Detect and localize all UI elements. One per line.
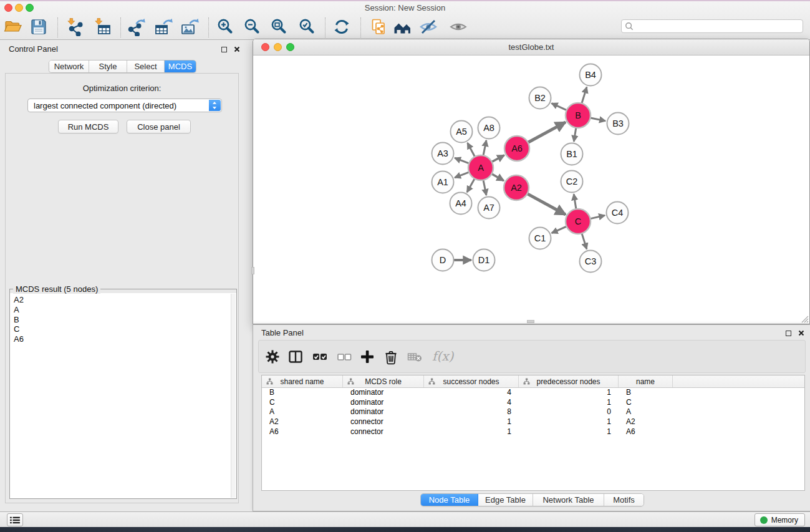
result-list-scrollbar[interactable] [231,294,236,498]
edge-a-a2[interactable] [491,173,504,180]
network-canvas[interactable]: B4B2BB3B1A6A5A8A3AA1A2C2A4A7CC4C1C3DD1 [253,56,809,324]
memory-button[interactable]: Memory [755,513,805,526]
delete-row-trash-icon[interactable] [382,348,400,365]
deselect-all-checkboxes-icon[interactable] [335,348,353,365]
show-all-button[interactable] [448,16,469,37]
mcds-panel: Optimization criterion: largest connecte… [5,73,239,503]
table-row[interactable]: Cdominator41C [262,398,804,408]
control-panel-close-icon[interactable] [233,45,241,54]
table-body: Bdominator41BCdominator41CAdominator80AA… [262,388,804,437]
refresh-view-button[interactable] [331,16,352,37]
control-panel-tabs: NetworkStyleSelectMCDS [49,60,196,73]
column-header-predecessor-nodes[interactable]: predecessor nodes [519,375,619,387]
new-network-from-selection-button[interactable] [368,16,389,37]
run-mcds-button[interactable]: Run MCDS [58,120,118,133]
table-panel-float-icon[interactable] [784,329,793,337]
hide-selected-button[interactable] [418,16,439,37]
houses-button[interactable] [392,16,413,37]
search-input[interactable] [635,21,798,32]
edge-a-a7[interactable] [483,180,486,195]
table-cell: 1 [424,427,519,437]
export-image-button[interactable] [179,16,200,37]
table-header-row: shared nameMCDS rolesuccessor nodesprede… [262,375,804,388]
frame-drag-handle[interactable] [527,320,534,323]
table-row[interactable]: Bdominator41B [262,388,804,398]
mcds-result-item[interactable]: B [10,315,236,325]
tab-network-table[interactable]: Network Table [533,494,604,506]
edge-b-b4[interactable] [582,87,587,104]
mcds-result-item[interactable]: A2 [10,295,236,305]
table-row[interactable]: A2connector11A2 [262,417,804,427]
tab-motifs[interactable]: Motifs [604,494,644,506]
zoom-out-button[interactable] [242,16,263,37]
show-columns-icon[interactable] [287,348,304,365]
edge-b-b3[interactable] [590,118,605,121]
column-header-mcds-role[interactable]: MCDS role [343,375,424,387]
tab-style[interactable]: Style [89,60,127,72]
mcds-result-list[interactable]: A2ABCA6 [10,293,236,498]
edge-a-a8[interactable] [483,140,486,156]
table-cell: 0 [519,407,619,417]
edge-a-a5[interactable] [468,143,475,157]
column-header-name[interactable]: name [619,375,673,387]
mcds-result-item[interactable]: C [10,324,236,334]
zoom-fit-button[interactable] [269,16,290,37]
optimization-select[interactable]: largest connected component (directed) [27,99,222,112]
select-all-checkboxes-icon[interactable] [311,348,329,365]
mcds-result-item[interactable]: A [10,305,236,315]
column-header-successor-nodes[interactable]: successor nodes [424,375,519,387]
edge-b-b1[interactable] [574,127,576,142]
mcds-result-group: MCDS result (5 nodes) A2ABCA6 [9,284,237,499]
table-panel-close-icon[interactable] [797,329,806,337]
edge-a-a3[interactable] [455,158,470,163]
tab-select[interactable]: Select [127,60,165,72]
export-network-button[interactable] [125,16,147,37]
edge-a6-b[interactable] [528,122,566,143]
task-history-button[interactable] [7,513,23,526]
delete-table-icon[interactable] [406,348,423,365]
edge-a2-c[interactable] [527,193,566,215]
frame-drag-handle[interactable] [251,267,254,274]
edge-a-a6[interactable] [491,155,504,162]
open-session-button[interactable] [2,16,24,37]
edge-a-a4[interactable] [467,178,475,193]
table-cell: A [262,407,343,417]
screen: Session: New Session [0,0,810,532]
resize-grip[interactable] [800,314,809,323]
table-cell: 1 [519,417,619,427]
zoom-in-button[interactable] [215,16,236,37]
mcds-result-item[interactable]: A6 [10,334,236,344]
import-network-button[interactable] [64,16,85,37]
tab-node-table[interactable]: Node Table [421,494,478,506]
function-builder-button[interactable]: f(x) [428,348,457,364]
toolbar-separator [57,17,58,37]
column-header-shared-name[interactable]: shared name [262,375,343,387]
tab-edge-table[interactable]: Edge Table [478,494,533,506]
edge-c-c1[interactable] [552,226,567,233]
control-panel-float-icon[interactable] [219,45,228,54]
export-table-button[interactable] [153,16,174,37]
table-row[interactable]: Adominator80A [262,407,804,417]
edge-b-b2[interactable] [552,104,567,111]
control-panel: Control Panel NetworkStyleSelectMCDS Opt… [0,40,243,511]
tab-network[interactable]: Network [49,60,89,72]
list-icon [9,516,21,525]
edge-c-c3[interactable] [582,233,587,249]
import-table-button[interactable] [92,16,113,37]
edge-c-c4[interactable] [590,215,605,219]
settings-gear-icon[interactable] [264,348,281,365]
network-graph[interactable]: B4B2BB3B1A6A5A8A3AA1A2C2A4A7CC4C1C3DD1 [253,56,809,324]
search-field[interactable] [621,19,803,33]
edge-c-c2[interactable] [574,194,576,210]
zoom-selected-button[interactable] [297,16,318,37]
network-window-titlebar[interactable]: testGlobe.txt [253,39,809,56]
node-table: shared nameMCDS rolesuccessor nodesprede… [261,375,805,491]
documents-share-icon [369,17,388,36]
save-session-button[interactable] [28,16,49,37]
tab-mcds[interactable]: MCDS [165,60,196,72]
node-label-a7: A7 [483,203,494,213]
add-row-plus-icon[interactable] [359,348,376,365]
edge-a-a1[interactable] [455,172,470,178]
table-row[interactable]: A6connector11A6 [262,427,804,437]
close-panel-button[interactable]: Close panel [127,120,191,133]
